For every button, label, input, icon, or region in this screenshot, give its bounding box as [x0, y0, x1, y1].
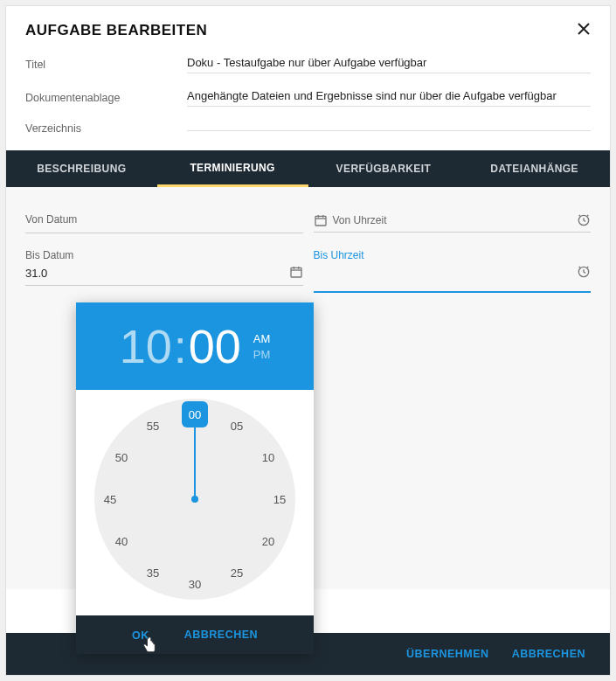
clock-tick-30[interactable]: 30	[182, 571, 208, 597]
dialog-header: AUFGABE BEARBEITEN	[6, 6, 610, 49]
clock-icon-2[interactable]	[577, 265, 591, 281]
time-picker-footer: OK ABBRECHEN	[76, 615, 314, 654]
clock-tick-05[interactable]: 05	[224, 413, 250, 439]
timepicker-am[interactable]: AM	[253, 332, 271, 345]
tab-verfuegbarkeit[interactable]: VERFÜGBARKEIT	[308, 150, 460, 187]
time-picker-header: 10 : 00 AM PM	[76, 302, 314, 390]
svg-rect-0	[291, 268, 301, 277]
directory-label: Verzeichnis	[25, 122, 187, 135]
clock-icon[interactable]	[577, 213, 591, 230]
clock-tick-10[interactable]: 10	[255, 444, 281, 470]
to-time-label: Bis Uhrzeit	[314, 249, 364, 261]
docstore-label: Dokumentenablage	[25, 92, 187, 104]
clock-tick-35[interactable]: 35	[140, 559, 166, 586]
apply-button[interactable]: ÜBERNEHMEN	[406, 648, 489, 660]
close-icon	[577, 22, 591, 36]
clock-tick-50[interactable]: 50	[108, 444, 135, 470]
directory-input[interactable]	[187, 127, 591, 131]
cancel-button[interactable]: ABBRECHEN	[512, 648, 585, 660]
clock-tick-25[interactable]: 25	[224, 559, 250, 586]
tab-terminierung[interactable]: TERMINIERUNG	[157, 150, 308, 187]
timepicker-colon: :	[174, 319, 187, 373]
timepicker-minutes[interactable]: 00	[189, 319, 241, 373]
svg-rect-1	[315, 216, 326, 226]
clock-face-wrap: 00 05 10 15 20 25 30 35 40 45 50 55	[76, 390, 314, 615]
timepicker-pm[interactable]: PM	[253, 348, 271, 361]
from-date-input[interactable]	[25, 229, 303, 233]
timepicker-hours[interactable]: 10	[120, 319, 172, 373]
clock-tick-45[interactable]: 45	[97, 486, 123, 512]
clock-tick-00[interactable]: 00	[182, 401, 208, 427]
docstore-input[interactable]: Angehängte Dateien und Ergebnisse sind n…	[187, 89, 591, 107]
clock-tick-40[interactable]: 40	[108, 528, 135, 554]
timepicker-ok-button[interactable]: OK	[132, 629, 149, 642]
calendar-icon[interactable]	[289, 265, 303, 281]
form-section: Titel Doku - Testaufgabe nur über Aufgab…	[6, 49, 610, 135]
calendar-icon-2	[314, 213, 328, 230]
dialog-title: AUFGABE BEARBEITEN	[25, 22, 207, 39]
time-picker: 10 : 00 AM PM 00 05 10 15 20 25 30 35	[76, 302, 314, 654]
timepicker-cancel-button[interactable]: ABBRECHEN	[184, 629, 258, 641]
tab-dateianhaenge[interactable]: DATEIANHÄNGE	[459, 150, 610, 187]
to-time-input[interactable]	[314, 265, 592, 293]
tab-beschreibung[interactable]: BESCHREIBUNG	[6, 150, 157, 187]
clock-tick-20[interactable]: 20	[255, 528, 281, 554]
clock-tick-15[interactable]: 15	[266, 486, 293, 512]
clock-face[interactable]: 00 05 10 15 20 25 30 35 40 45 50 55	[94, 399, 295, 600]
close-button[interactable]	[577, 20, 591, 40]
title-input[interactable]: Doku - Testaufgabe nur über Aufgabe verf…	[187, 56, 591, 73]
title-label: Titel	[25, 59, 187, 71]
to-date-label: Bis Datum	[25, 249, 303, 261]
edit-task-dialog: AUFGABE BEARBEITEN Titel Doku - Testaufg…	[5, 5, 611, 676]
clock-tick-55[interactable]: 55	[140, 413, 166, 439]
clock-center	[191, 496, 198, 503]
to-date-input[interactable]: 31.0	[25, 265, 303, 286]
from-date-label: Von Datum	[25, 213, 303, 226]
tabs-bar: BESCHREIBUNG TERMINIERUNG VERFÜGBARKEIT …	[6, 150, 610, 187]
from-time-label: Von Uhrzeit	[333, 214, 387, 226]
